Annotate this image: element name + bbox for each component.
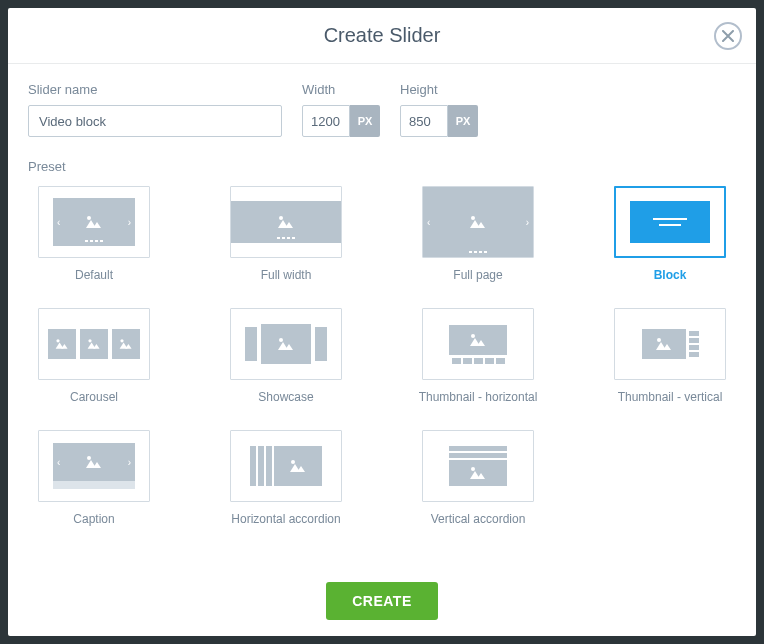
modal-body: Slider name Width PX Height PX Preset [8,64,756,566]
create-button[interactable]: CREATE [326,582,438,620]
close-icon [722,30,734,42]
preset-fullwidth[interactable]: Full width [220,186,352,282]
preset-label: Thumbnail - horizontal [419,390,538,404]
height-unit: PX [448,105,478,137]
slider-name-label: Slider name [28,82,282,97]
preset-showcase[interactable]: Showcase [220,308,352,404]
preset-horizontal-accordion[interactable]: Horizontal accordion [220,430,352,526]
preset-thumbnail-vertical[interactable]: Thumbnail - vertical [604,308,736,404]
preset-thumbnail-horizontal[interactable]: Thumbnail - horizontal [412,308,544,404]
width-label: Width [302,82,380,97]
modal-title: Create Slider [324,24,441,47]
slider-name-input[interactable] [28,105,282,137]
preset-vertical-accordion[interactable]: Vertical accordion [412,430,544,526]
width-group: Width PX [302,82,380,137]
preset-fullpage[interactable]: ‹ › Full page [412,186,544,282]
preset-label: Horizontal accordion [231,512,340,526]
preset-label: Vertical accordion [431,512,526,526]
preset-label: Showcase [258,390,313,404]
form-row: Slider name Width PX Height PX [28,82,736,137]
modal-footer: CREATE [8,566,756,636]
modal-header: Create Slider [8,8,756,64]
width-unit: PX [350,105,380,137]
preset-caption[interactable]: ‹ › Caption [28,430,160,526]
height-label: Height [400,82,478,97]
preset-grid: ‹ › Default Full width [28,186,736,526]
height-input[interactable] [400,105,448,137]
height-group: Height PX [400,82,478,137]
create-slider-modal: Create Slider Slider name Width PX Heigh… [8,8,756,636]
preset-carousel[interactable]: Carousel [28,308,160,404]
width-input[interactable] [302,105,350,137]
preset-label: Default [75,268,113,282]
slider-name-group: Slider name [28,82,282,137]
preset-label: Full width [261,268,312,282]
preset-section-label: Preset [28,159,736,174]
preset-label: Carousel [70,390,118,404]
preset-default[interactable]: ‹ › Default [28,186,160,282]
preset-label: Caption [73,512,114,526]
preset-label: Block [654,268,687,282]
preset-block[interactable]: Block [604,186,736,282]
preset-label: Thumbnail - vertical [618,390,723,404]
preset-label: Full page [453,268,502,282]
close-button[interactable] [714,22,742,50]
